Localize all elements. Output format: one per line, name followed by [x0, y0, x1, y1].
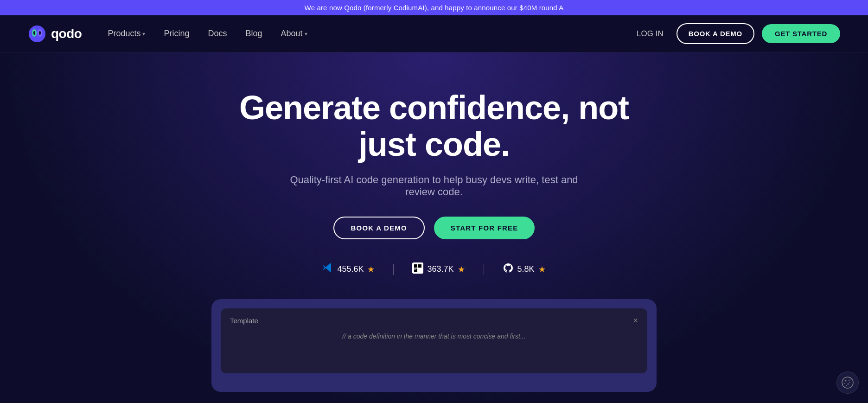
github-icon	[503, 262, 514, 276]
announcement-bar: We are now Qodo (formerly CodiumAI), and…	[0, 0, 868, 15]
svg-point-15	[848, 384, 849, 385]
vscode-count: 455.6K	[337, 264, 364, 274]
cookie-icon	[841, 376, 854, 389]
github-star-icon: ★	[538, 264, 546, 275]
demo-card-inner: Template × // a code definition in the m…	[221, 308, 647, 373]
nav-blog[interactable]: Blog	[238, 25, 270, 42]
svg-point-13	[849, 380, 849, 381]
svg-point-4	[39, 31, 41, 35]
demo-card-container: Template × // a code definition in the m…	[211, 299, 657, 392]
svg-point-3	[33, 31, 35, 35]
hero-section: Generate confidence, not just code. Qual…	[0, 52, 868, 403]
svg-point-12	[845, 380, 847, 382]
demo-card-close-icon[interactable]: ×	[633, 316, 638, 326]
about-chevron-icon: ▾	[305, 31, 307, 37]
navbar: qodo Products ▾ Pricing Docs Blog About …	[0, 15, 868, 52]
announcement-text: We are now Qodo (formerly CodiumAI), and…	[305, 4, 564, 12]
svg-point-14	[844, 383, 845, 384]
nav-products[interactable]: Products ▾	[100, 25, 153, 42]
jetbrains-count: 363.7K	[427, 264, 453, 274]
github-count: 5.8K	[517, 264, 535, 274]
svg-rect-8	[418, 264, 421, 268]
nav-pricing[interactable]: Pricing	[156, 25, 197, 42]
vscode-icon	[322, 262, 333, 276]
hero-book-demo-button[interactable]: BOOK A DEMO	[333, 217, 425, 239]
nav-links: Products ▾ Pricing Docs Blog About ▾	[100, 25, 631, 42]
svg-rect-10	[415, 269, 415, 270]
hero-subtitle: Quality-first AI code generation to help…	[276, 174, 592, 198]
svg-point-16	[849, 382, 850, 383]
svg-point-0	[29, 26, 45, 42]
svg-rect-7	[414, 264, 417, 268]
demo-card-header: Template ×	[230, 316, 638, 326]
hero-title: Generate confidence, not just code.	[225, 90, 643, 163]
demo-card-title: Template	[230, 317, 258, 325]
navbar-book-demo-button[interactable]: BOOK A DEMO	[677, 23, 754, 44]
svg-point-11	[842, 377, 853, 388]
logo-text: qodo	[51, 26, 82, 41]
hero-start-free-button[interactable]: START FOR FREE	[434, 217, 535, 239]
svg-point-17	[846, 385, 847, 386]
logo-link[interactable]: qodo	[28, 25, 82, 43]
navbar-get-started-button[interactable]: GET STARTED	[762, 24, 840, 43]
stat-jetbrains: 363.7K ★	[394, 262, 483, 276]
products-chevron-icon: ▾	[142, 31, 145, 37]
jetbrains-icon	[412, 262, 423, 276]
nav-docs[interactable]: Docs	[201, 25, 235, 42]
stat-vscode: 455.6K ★	[304, 262, 393, 276]
nav-about[interactable]: About ▾	[274, 25, 315, 42]
logo-icon	[28, 25, 46, 43]
login-button[interactable]: LOG IN	[631, 26, 669, 42]
jetbrains-star-icon: ★	[458, 264, 465, 275]
stat-github: 5.8K ★	[484, 262, 564, 276]
nav-actions: LOG IN BOOK A DEMO GET STARTED	[631, 23, 840, 44]
stats-bar: 455.6K ★ 363.7K ★	[304, 262, 564, 276]
hero-buttons: BOOK A DEMO START FOR FREE	[333, 217, 535, 239]
vscode-star-icon: ★	[367, 264, 375, 275]
demo-card-content: // a code definition in the manner that …	[230, 331, 638, 341]
cookie-button[interactable]	[836, 371, 859, 394]
